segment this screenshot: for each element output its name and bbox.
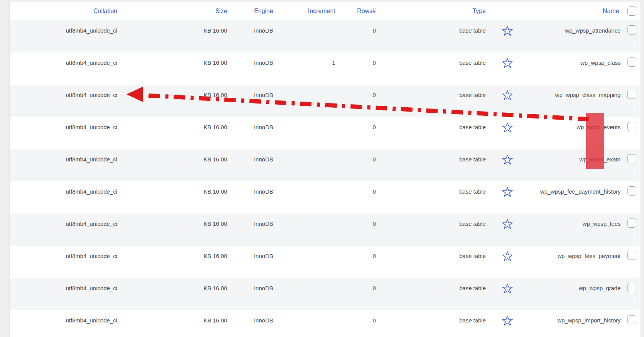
cell-select: [623, 214, 640, 246]
cell-collation: utf8mb4_unicode_ci: [10, 85, 121, 117]
cell-table-name[interactable]: wp_wpsp_attendance: [525, 20, 623, 53]
cell-engine: InnoDB: [231, 181, 277, 214]
column-header-type[interactable]: Type: [380, 8, 490, 15]
cell-engine: InnoDB: [231, 149, 277, 181]
cell-type: base table: [380, 149, 490, 181]
favorite-star-icon[interactable]: [502, 219, 513, 230]
row-checkbox[interactable]: [627, 186, 636, 196]
row-checkbox[interactable]: [627, 122, 636, 131]
cell-engine: InnoDB: [231, 278, 277, 310]
table-body: utf8mb4_unicode_ci KB 16.00 InnoDB 0 bas…: [10, 20, 640, 337]
cell-size: KB 16.00: [121, 246, 231, 278]
cell-favorite: [490, 85, 525, 117]
table-row: utf8mb4_unicode_ci KB 16.00 InnoDB 1 0 b…: [10, 53, 640, 85]
favorite-star-icon[interactable]: [502, 25, 513, 36]
favorite-star-icon[interactable]: [502, 154, 513, 165]
cell-size: KB 16.00: [121, 278, 231, 310]
row-checkbox[interactable]: [627, 90, 636, 99]
column-header-collation[interactable]: Collation: [10, 8, 121, 15]
cell-size: KB 16.00: [121, 181, 231, 214]
row-checkbox[interactable]: [627, 219, 636, 228]
cell-favorite: [490, 181, 525, 214]
tables-list-table: Collation Size Engine Increment Rows# Ty…: [10, 2, 640, 337]
column-header-engine[interactable]: Engine: [231, 8, 277, 15]
row-checkbox[interactable]: [627, 251, 636, 260]
cell-table-name[interactable]: wp_wpsp_class: [525, 53, 623, 85]
table-row: utf8mb4_unicode_ci KB 16.00 InnoDB 0 bas…: [10, 181, 640, 214]
cell-favorite: [490, 149, 525, 181]
favorite-star-icon[interactable]: [502, 315, 513, 326]
column-header-increment[interactable]: Increment: [277, 8, 339, 15]
cell-size: KB 16.00: [121, 85, 231, 117]
row-checkbox[interactable]: [627, 58, 636, 67]
cell-size: KB 16.00: [121, 149, 231, 181]
row-checkbox[interactable]: [627, 25, 636, 35]
cell-type: base table: [380, 181, 490, 214]
table-row: utf8mb4_unicode_ci KB 16.00 InnoDB 0 bas…: [10, 278, 640, 310]
favorite-star-icon[interactable]: [502, 283, 513, 294]
cell-increment: [277, 246, 339, 278]
cell-size: KB 16.00: [121, 310, 231, 337]
cell-favorite: [490, 53, 525, 85]
cell-favorite: [490, 20, 525, 53]
cell-select: [623, 181, 640, 214]
select-all-checkbox[interactable]: [627, 7, 636, 16]
cell-favorite: [490, 117, 525, 149]
cell-collation: utf8mb4_unicode_ci: [10, 181, 121, 214]
cell-select: [623, 117, 640, 149]
cell-increment: [277, 181, 339, 214]
favorite-star-icon[interactable]: [502, 122, 513, 133]
select-all-cell: [623, 7, 640, 16]
cell-table-name[interactable]: wp_wpsp_fee_payment_history: [525, 181, 623, 214]
cell-table-name[interactable]: wp_wpsp_grade: [525, 278, 623, 310]
table-row: utf8mb4_unicode_ci KB 16.00 InnoDB 0 bas…: [10, 149, 640, 181]
cell-table-name[interactable]: wp_wpsp_events: [525, 117, 623, 149]
row-checkbox[interactable]: [627, 154, 636, 163]
cell-collation: utf8mb4_unicode_ci: [10, 20, 121, 53]
cell-rows: 0: [339, 310, 380, 337]
table-row: utf8mb4_unicode_ci KB 16.00 InnoDB 0 bas…: [10, 246, 640, 278]
cell-select: [623, 53, 640, 85]
cell-collation: utf8mb4_unicode_ci: [10, 53, 121, 85]
cell-rows: 0: [339, 53, 380, 85]
column-header-size[interactable]: Size: [121, 8, 231, 15]
cell-select: [623, 278, 640, 310]
cell-size: KB 16.00: [121, 53, 231, 85]
cell-table-name[interactable]: wp_wpsp_class_mapping: [525, 85, 623, 117]
table-row: utf8mb4_unicode_ci KB 16.00 InnoDB 0 bas…: [10, 85, 640, 117]
cell-table-name[interactable]: wp_wpsp_fees_payment: [525, 246, 623, 278]
favorite-star-icon[interactable]: [502, 186, 513, 197]
cell-increment: [277, 214, 339, 246]
cell-table-name[interactable]: wp_wpsp_exam: [525, 149, 623, 181]
row-checkbox[interactable]: [627, 283, 636, 292]
cell-increment: [277, 20, 339, 53]
favorite-star-icon[interactable]: [502, 58, 513, 69]
row-checkbox[interactable]: [627, 315, 636, 324]
cell-engine: InnoDB: [231, 214, 277, 246]
cell-select: [623, 20, 640, 53]
cell-rows: 0: [339, 117, 380, 149]
table-row: utf8mb4_unicode_ci KB 16.00 InnoDB 0 bas…: [10, 214, 640, 246]
cell-rows: 0: [339, 149, 380, 181]
cell-collation: utf8mb4_unicode_ci: [10, 214, 121, 246]
cell-collation: utf8mb4_unicode_ci: [10, 246, 121, 278]
cell-rows: 0: [339, 278, 380, 310]
cell-increment: [277, 278, 339, 310]
column-header-name[interactable]: Name: [525, 8, 623, 15]
favorite-star-icon[interactable]: [502, 90, 513, 101]
cell-collation: utf8mb4_unicode_ci: [10, 278, 121, 310]
cell-rows: 0: [339, 214, 380, 246]
favorite-star-icon[interactable]: [502, 251, 513, 262]
table-header-row: Collation Size Engine Increment Rows# Ty…: [10, 2, 640, 20]
column-header-rows[interactable]: Rows#: [339, 8, 380, 15]
cell-engine: InnoDB: [231, 20, 277, 53]
cell-size: KB 16.00: [121, 214, 231, 246]
cell-select: [623, 149, 640, 181]
table-row: utf8mb4_unicode_ci KB 16.00 InnoDB 0 bas…: [10, 310, 640, 337]
cell-type: base table: [380, 117, 490, 149]
cell-table-name[interactable]: wp_wpsp_import_history: [525, 310, 623, 337]
cell-table-name[interactable]: wp_wpsp_fees: [525, 214, 623, 246]
cell-rows: 0: [339, 181, 380, 214]
cell-engine: InnoDB: [231, 85, 277, 117]
cell-rows: 0: [339, 246, 380, 278]
